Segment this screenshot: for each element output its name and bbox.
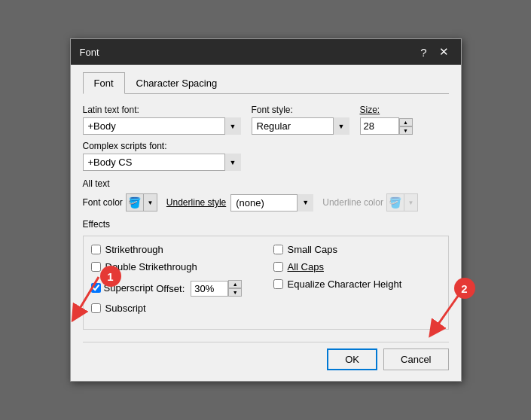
tab-bar: Font Character Spacing bbox=[83, 72, 449, 94]
effects-grid: Strikethrough Double Strikethrough Super… bbox=[91, 244, 441, 314]
latin-font-label: Latin text font: bbox=[83, 105, 241, 115]
offset-up-button[interactable]: ▲ bbox=[228, 280, 242, 288]
dialog-title: Font bbox=[80, 47, 99, 58]
underline-color-label: Underline color bbox=[322, 197, 383, 208]
complex-font-label: Complex scripts font: bbox=[83, 141, 449, 151]
tab-font[interactable]: Font bbox=[83, 72, 125, 94]
underline-style-group: Underline style (none) ▼ bbox=[166, 194, 313, 212]
underline-color-swatch-icon: 🪣 bbox=[387, 194, 404, 211]
equalize-height-label: Equalize Character Height bbox=[288, 278, 402, 290]
font-style-select[interactable]: Regular bbox=[252, 117, 349, 135]
double-strikethrough-label: Double Strikethrough bbox=[105, 261, 197, 272]
size-label: Size: bbox=[360, 105, 413, 115]
latin-font-select[interactable]: +Body bbox=[83, 117, 241, 135]
tab-character-spacing[interactable]: Character Spacing bbox=[125, 72, 229, 94]
equalize-height-row: Equalize Character Height bbox=[273, 278, 441, 290]
offset-down-button[interactable]: ▼ bbox=[228, 288, 242, 297]
font-color-button[interactable]: 🪣 ▼ bbox=[126, 193, 157, 212]
superscript-label: Superscript bbox=[104, 282, 154, 294]
all-caps-label: All Caps bbox=[288, 261, 324, 272]
all-text-label: All text bbox=[83, 178, 449, 189]
strikethrough-checkbox[interactable] bbox=[91, 245, 101, 254]
small-caps-row: Small Caps bbox=[273, 244, 441, 255]
all-caps-row: All Caps bbox=[273, 261, 441, 272]
effects-label: Effects bbox=[83, 219, 449, 230]
strikethrough-row: Strikethrough bbox=[91, 244, 258, 255]
button-row: OK Cancel bbox=[83, 342, 449, 370]
font-color-group: Font color 🪣 ▼ bbox=[83, 193, 157, 212]
double-strikethrough-checkbox[interactable] bbox=[91, 262, 101, 272]
offset-label: Offset: bbox=[156, 283, 185, 294]
font-color-swatch-icon: 🪣 bbox=[127, 194, 143, 211]
double-strikethrough-row: Double Strikethrough bbox=[91, 261, 258, 272]
underline-color-group: Underline color 🪣 ▼ bbox=[322, 193, 418, 212]
size-spinner: ▲ ▼ bbox=[399, 118, 413, 135]
font-style-group: Font style: Regular ▼ bbox=[252, 105, 349, 135]
complex-font-select[interactable]: +Body CS bbox=[83, 154, 241, 171]
offset-input[interactable] bbox=[191, 281, 228, 297]
underline-color-button[interactable]: 🪣 ▼ bbox=[386, 193, 418, 212]
size-group: Size: ▲ ▼ bbox=[360, 105, 413, 135]
all-text-row: Font color 🪣 ▼ Underline style (none) ▼ bbox=[83, 193, 449, 212]
size-input[interactable] bbox=[360, 117, 399, 135]
effects-right: Small Caps All Caps Equalize Character H… bbox=[273, 244, 441, 314]
effects-left: Strikethrough Double Strikethrough Super… bbox=[91, 244, 258, 314]
size-up-button[interactable]: ▲ bbox=[399, 118, 413, 126]
size-down-button[interactable]: ▼ bbox=[399, 126, 413, 135]
all-caps-checkbox[interactable] bbox=[273, 262, 283, 272]
strikethrough-label: Strikethrough bbox=[105, 244, 163, 255]
font-color-arrow-icon: ▼ bbox=[143, 194, 157, 211]
subscript-checkbox[interactable] bbox=[91, 303, 101, 313]
title-bar: Font ? ✕ bbox=[71, 39, 461, 65]
underline-style-select[interactable]: (none) bbox=[230, 194, 313, 212]
superscript-checkbox[interactable] bbox=[91, 283, 101, 293]
offset-group: Offset: ▲ ▼ bbox=[156, 280, 242, 297]
small-caps-checkbox[interactable] bbox=[273, 245, 283, 254]
subscript-label: Subscript bbox=[105, 303, 146, 314]
cancel-button[interactable]: Cancel bbox=[383, 348, 448, 370]
close-button[interactable]: ✕ bbox=[436, 45, 452, 59]
font-style-label: Font style: bbox=[252, 105, 349, 115]
subscript-row: Subscript bbox=[91, 303, 258, 314]
font-color-label: Font color bbox=[83, 197, 123, 208]
help-button[interactable]: ? bbox=[417, 46, 429, 59]
offset-spinner: ▲ ▼ bbox=[228, 280, 242, 297]
underline-color-arrow-icon: ▼ bbox=[404, 194, 417, 211]
underline-style-label: Underline style bbox=[166, 197, 226, 208]
complex-font-group: Complex scripts font: +Body CS ▼ bbox=[83, 141, 449, 171]
equalize-height-checkbox[interactable] bbox=[273, 279, 283, 289]
ok-button[interactable]: OK bbox=[327, 348, 377, 370]
superscript-row: Superscript Offset: ▲ ▼ bbox=[91, 278, 258, 297]
small-caps-label: Small Caps bbox=[288, 244, 337, 255]
latin-font-group: Latin text font: +Body ▼ bbox=[83, 105, 241, 135]
